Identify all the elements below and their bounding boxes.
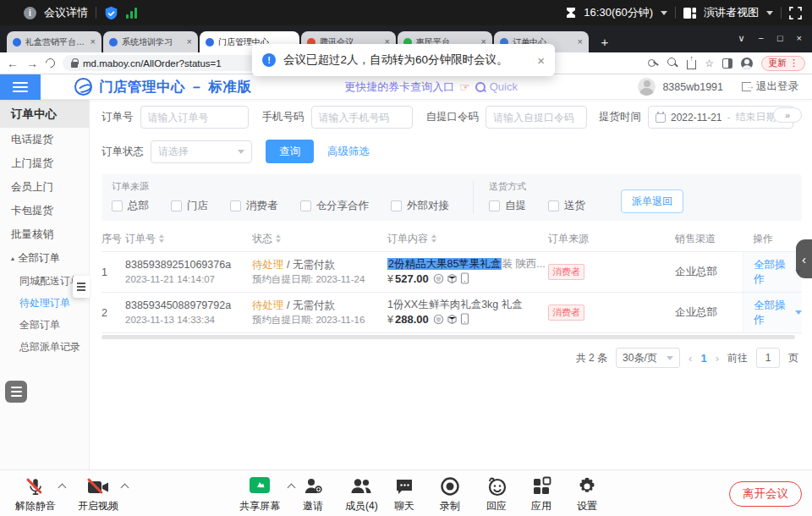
- pickup-date-range-picker[interactable]: 2022-11-21 - 结束日期: [648, 106, 793, 129]
- window-restore-icon[interactable]: □: [777, 33, 783, 43]
- page-size-select[interactable]: 30条/页: [616, 348, 680, 368]
- phone-input[interactable]: [311, 106, 413, 129]
- pickup-code-input[interactable]: [486, 106, 587, 129]
- sidebar-item-card-pickup[interactable]: 卡包提货: [0, 199, 89, 222]
- meeting-details-button[interactable]: 会议详情: [44, 5, 88, 20]
- reaction-button[interactable]: 回应: [486, 476, 508, 513]
- apps-button[interactable]: 应用: [531, 476, 551, 513]
- zoom-icon[interactable]: [667, 58, 678, 69]
- checkbox-icon[interactable]: [391, 200, 402, 211]
- mic-options-chevron[interactable]: [58, 484, 67, 492]
- share-icon[interactable]: [687, 60, 696, 69]
- invite-button[interactable]: 邀请: [303, 476, 323, 513]
- timer-dropdown-icon[interactable]: [661, 11, 667, 15]
- checkbox-hq[interactable]: 总部: [112, 199, 149, 213]
- split-view-icon[interactable]: [722, 58, 732, 69]
- floating-tool-button[interactable]: [5, 381, 27, 403]
- members-button[interactable]: 成员(4): [345, 476, 378, 513]
- checkbox-store[interactable]: 门店: [171, 199, 208, 213]
- search-button[interactable]: 查询: [266, 140, 314, 163]
- row-actions-dropdown[interactable]: 全部操作: [743, 252, 802, 292]
- view-dropdown-icon[interactable]: [766, 11, 773, 15]
- profile-icon[interactable]: [741, 58, 753, 69]
- record-button[interactable]: 录制: [440, 476, 460, 513]
- tab-close-icon[interactable]: ×: [578, 37, 583, 47]
- checkbox-icon[interactable]: [489, 200, 500, 211]
- meeting-info-icon[interactable]: i: [24, 7, 36, 19]
- sidebar-collapse-handle[interactable]: [73, 276, 90, 298]
- checkbox-icon[interactable]: [112, 200, 123, 211]
- sidebar-subitem-all-orders[interactable]: 全部订单: [0, 314, 89, 336]
- quick-label[interactable]: Quick: [490, 80, 518, 93]
- unmute-button[interactable]: 解除静音: [15, 476, 56, 513]
- settings-button[interactable]: 设置: [577, 476, 597, 513]
- share-options-chevron[interactable]: [288, 484, 296, 492]
- coupon-query-link[interactable]: 更快捷的券卡查询入口: [344, 80, 454, 95]
- advanced-filter-link[interactable]: 高级筛选: [327, 145, 370, 159]
- sort-icon[interactable]: [159, 234, 164, 243]
- tab-close-icon[interactable]: ×: [187, 37, 192, 47]
- reload-icon[interactable]: [44, 57, 58, 70]
- prev-page-icon[interactable]: ‹: [689, 352, 692, 365]
- quick-search-icon[interactable]: [475, 82, 485, 91]
- col-status[interactable]: 状态: [252, 232, 387, 246]
- chat-button[interactable]: 聊天: [394, 476, 414, 513]
- update-browser-button[interactable]: 更新 ⋮: [761, 56, 805, 71]
- coupon-icon[interactable]: [433, 314, 444, 325]
- tab-close-icon[interactable]: ×: [91, 37, 96, 47]
- table-horizontal-scrollbar[interactable]: [102, 335, 795, 339]
- key-icon[interactable]: [648, 58, 659, 69]
- col-order-no[interactable]: 订单号: [125, 232, 252, 246]
- sidebar-item-door-pickup[interactable]: 上门提货: [0, 151, 89, 175]
- toast-close-icon[interactable]: ×: [537, 53, 545, 68]
- sidebar-subitem-hq-dispatch-log[interactable]: 总部派单记录: [0, 336, 89, 358]
- dispatch-return-button[interactable]: 派单退回: [621, 189, 683, 213]
- start-video-button[interactable]: 开启视频: [78, 476, 118, 513]
- order-status-select[interactable]: 请选择: [151, 140, 252, 163]
- checkbox-icon[interactable]: [171, 200, 182, 211]
- current-page[interactable]: 1: [700, 352, 706, 365]
- checkbox-icon[interactable]: [548, 200, 559, 211]
- filters-expand-button[interactable]: »: [773, 107, 802, 123]
- order-no-input[interactable]: [140, 106, 249, 129]
- browser-tab-2[interactable]: 系统培训学习 ×: [103, 31, 198, 52]
- package-icon[interactable]: [447, 273, 458, 284]
- view-mode-button[interactable]: 演讲者视图: [704, 5, 759, 20]
- network-signal-icon[interactable]: [126, 8, 137, 19]
- sidebar-item-member-visit[interactable]: 会员上门: [0, 175, 89, 199]
- col-content[interactable]: 订单内容: [387, 232, 548, 246]
- checkbox-self-pickup[interactable]: 自提: [489, 199, 526, 213]
- next-page-icon[interactable]: ›: [716, 352, 719, 365]
- browser-tab-1[interactable]: 礼盒营销平台管理中心 ×: [7, 31, 102, 52]
- package-icon[interactable]: [447, 314, 458, 325]
- back-icon[interactable]: ←: [7, 58, 19, 69]
- sidebar-item-all-orders-group[interactable]: ▴ 全部订单: [0, 246, 89, 270]
- security-shield-icon[interactable]: [104, 6, 118, 20]
- side-panel-handle[interactable]: ‹: [796, 239, 812, 278]
- checkbox-warehouse-share[interactable]: 仓分享合作: [300, 199, 370, 213]
- window-minimize-icon[interactable]: −: [758, 33, 763, 43]
- bookmark-star-icon[interactable]: ☆: [705, 58, 714, 69]
- sort-icon[interactable]: [431, 234, 436, 243]
- forward-icon[interactable]: →: [26, 58, 38, 69]
- mobile-icon[interactable]: [460, 313, 469, 325]
- coupon-icon[interactable]: [433, 273, 444, 284]
- window-close-icon[interactable]: ×: [797, 33, 802, 43]
- mobile-icon[interactable]: [460, 272, 469, 284]
- user-avatar[interactable]: [638, 78, 656, 96]
- sidebar-item-phone-pickup[interactable]: 电话提货: [0, 128, 89, 151]
- row-actions-dropdown[interactable]: 全部操作: [743, 293, 802, 332]
- video-options-chevron[interactable]: [121, 484, 129, 492]
- checkbox-consumer[interactable]: 消费者: [230, 199, 278, 213]
- checkbox-external[interactable]: 外部对接: [391, 199, 449, 213]
- logout-button[interactable]: 退出登录: [742, 80, 798, 94]
- sort-icon[interactable]: [276, 234, 281, 243]
- fullscreen-icon[interactable]: [789, 7, 802, 19]
- checkbox-delivery[interactable]: 送货: [548, 199, 585, 213]
- hamburger-menu-button[interactable]: [0, 74, 41, 100]
- goto-page-input[interactable]: [756, 348, 780, 368]
- checkbox-icon[interactable]: [230, 200, 241, 211]
- sidebar-item-batch-writeoff[interactable]: 批量核销: [0, 222, 89, 246]
- window-menu-icon[interactable]: ∨: [738, 33, 744, 44]
- leave-meeting-button[interactable]: 离开会议: [729, 481, 802, 507]
